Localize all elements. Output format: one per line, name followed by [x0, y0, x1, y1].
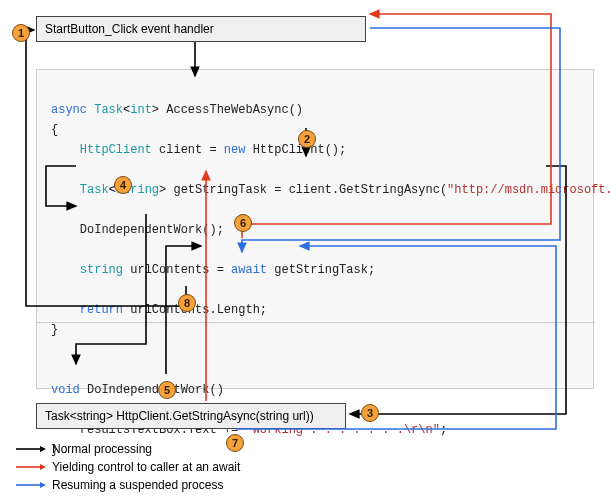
divider [37, 322, 595, 323]
step-4: 4 [114, 176, 132, 194]
legend-yield: Yielding control to caller at an await [16, 460, 240, 474]
code-l2: { [51, 123, 58, 137]
legend-yield-label: Yielding control to caller at an await [52, 460, 240, 474]
get-string-async-box: Task<string> HttpClient.GetStringAsync(s… [36, 403, 346, 429]
legend-normal-label: Normal processing [52, 442, 152, 456]
start-button-handler-box: StartButton_Click event handler [36, 16, 366, 42]
arrow-icon [16, 480, 46, 490]
step-6: 6 [234, 214, 252, 232]
step-8: 8 [178, 294, 196, 312]
arrow-icon [16, 462, 46, 472]
step-1: 1 [12, 24, 30, 42]
code-block: async Task<int> AccessTheWebAsync() { Ht… [36, 69, 594, 389]
step-2: 2 [298, 130, 316, 148]
step-3: 3 [361, 404, 379, 422]
legend-resume: Resuming a suspended process [16, 478, 223, 492]
handler-label: StartButton_Click event handler [45, 22, 214, 36]
arrow-icon [16, 444, 46, 454]
step-5: 5 [158, 381, 176, 399]
code-l12: } [51, 323, 58, 337]
legend-normal: Normal processing [16, 442, 152, 456]
code-l7: DoIndependentWork(); [80, 223, 224, 237]
step-7: 7 [226, 434, 244, 452]
diagram-root: StartButton_Click event handler async Ta… [6, 6, 604, 497]
code-l1: async Task<int> AccessTheWebAsync() [51, 103, 303, 117]
gsa-label: Task<string> HttpClient.GetStringAsync(s… [45, 409, 314, 423]
legend-resume-label: Resuming a suspended process [52, 478, 223, 492]
